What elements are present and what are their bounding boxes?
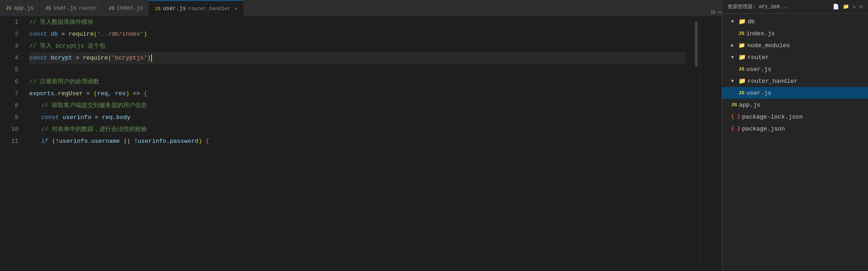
collapse-icon[interactable]: ⊟	[859, 4, 863, 10]
code-paren-close-7: )	[126, 88, 130, 100]
folder-icon-router: 📁	[738, 54, 746, 61]
code-op-9: =	[91, 112, 102, 124]
code-var-db: db	[51, 28, 58, 40]
code-func-reguser: regUser	[58, 88, 83, 100]
tab-sublabel-router-handler: router_handler	[188, 6, 230, 11]
tree-item-appjs[interactable]: JS app.js	[722, 99, 868, 111]
code-var-req: req	[102, 112, 113, 124]
code-require-4: require	[83, 52, 108, 64]
json-icon-package-lock: { }	[731, 114, 740, 119]
code-prop-body: body	[116, 112, 130, 124]
tree-item-node-modules[interactable]: ▶ 📁 node_modules	[722, 39, 868, 51]
tab-sublabel-router: router	[79, 5, 97, 11]
code-comment-8: // 获取客户端提交到服务器的用户信息	[41, 100, 147, 112]
scrollbar-thumb[interactable]	[695, 21, 698, 67]
code-var-userinfo-11b: userinfo	[138, 136, 166, 147]
tab-icon-appjs: JS	[5, 5, 11, 11]
more-actions-icon[interactable]: ⋯	[718, 8, 722, 16]
code-dot-11b: .	[166, 136, 170, 147]
json-icon-package: { }	[731, 126, 740, 131]
code-dot-11a: .	[87, 136, 91, 147]
code-line-3: // 导入 bcryptjs 这个包	[29, 40, 686, 52]
code-line-5	[29, 64, 686, 76]
code-dot-9: .	[113, 112, 116, 124]
editor-content: 1 2 3 4 5 6 7 8 9 10 11 // 导入数据库操作模块 con…	[0, 16, 722, 271]
editor-scrollbar[interactable]	[693, 16, 700, 271]
code-brace-open-7: {	[144, 88, 147, 100]
tree-item-router-userjs[interactable]: JS user.js	[722, 63, 868, 75]
code-comment-6: // 注册新用户的处理函数	[29, 76, 99, 88]
code-paren-open-2: (	[93, 28, 97, 40]
code-comment-1: // 导入数据库操作模块	[29, 16, 93, 28]
code-paren-open-7: (	[93, 88, 97, 100]
code-editor[interactable]: // 导入数据库操作模块 const db = require('../db/i…	[22, 16, 693, 271]
code-keyword-const-4: const	[29, 52, 51, 64]
chevron-router: ▼	[731, 55, 737, 60]
tree-label-router-handler: router_handler	[748, 78, 797, 85]
code-brace-open-11: {	[202, 136, 209, 147]
tab-icon-userjs-router: JS	[45, 5, 51, 11]
code-keyword-const-2: const	[29, 28, 51, 40]
tree-item-db-folder[interactable]: ▼ 📁 db	[722, 16, 868, 27]
tree-item-package-json[interactable]: { } package.json	[722, 123, 868, 135]
tab-bar: JS app.js JS user.js router JS index.js …	[0, 0, 722, 16]
code-line-11: if (!userinfo.username || !userinfo.pass…	[29, 136, 686, 147]
tree-label-router-handler-userjs: user.js	[746, 90, 771, 97]
tree-label-router: router	[748, 54, 769, 61]
code-exports-7: exports	[29, 88, 54, 100]
tree-item-router-handler-folder[interactable]: ▼ 📁 router_handler	[722, 75, 868, 87]
code-line-4: const bcrypt = require('bcryptjs')	[29, 52, 686, 64]
folder-icon-db: 📁	[738, 18, 746, 25]
code-arrow-7: =>	[129, 88, 143, 100]
js-icon-app: JS	[731, 102, 737, 108]
code-line-6: // 注册新用户的处理函数	[29, 76, 686, 88]
code-op-not1: !	[55, 136, 59, 147]
tree-item-router-handler-userjs[interactable]: JS user.js	[722, 87, 868, 99]
js-icon-router-user: JS	[738, 66, 744, 72]
code-string-4: 'bcryptjs'	[111, 52, 147, 64]
explorer-actions: 📄 📁 ↻ ⊟	[833, 4, 863, 10]
tree-item-router-folder[interactable]: ▼ 📁 router	[722, 51, 868, 63]
code-line-2: const db = require('../db/index')	[29, 28, 686, 40]
text-cursor	[151, 54, 152, 62]
tree-item-db-indexjs[interactable]: JS index.js	[722, 27, 868, 39]
explorer-tree: ▼ 📁 db JS index.js ▶ 📁 node_modules ▼ 📁 …	[722, 14, 868, 271]
code-op-7: =	[83, 88, 93, 100]
code-line-9: const userinfo = req.body	[29, 112, 686, 124]
refresh-icon[interactable]: ↻	[853, 4, 856, 10]
code-or: ||	[120, 136, 134, 147]
new-file-icon[interactable]: 📄	[833, 4, 839, 10]
editor-minimap	[700, 16, 722, 271]
tree-label-db-indexjs: index.js	[746, 30, 775, 37]
code-op-2: =	[58, 28, 68, 40]
code-paren-close-2: )	[144, 28, 147, 40]
tab-appjs[interactable]: JS app.js	[0, 0, 39, 16]
code-op-4: =	[72, 52, 83, 64]
tab-indexjs[interactable]: JS index.js	[103, 0, 149, 16]
tree-label-node-modules: node_modules	[747, 42, 790, 49]
tab-label-indexjs: index.js	[117, 5, 143, 11]
code-var-bcrypt: bcrypt	[51, 52, 72, 64]
code-require-2: require	[69, 28, 94, 40]
code-comment-3: // 导入 bcryptjs 这个包	[29, 40, 105, 52]
chevron-router-handler: ▼	[731, 79, 737, 84]
js-icon-db-index: JS	[738, 31, 744, 36]
split-editor-icon[interactable]: ⊟	[711, 8, 715, 16]
code-prop-username: username	[91, 136, 119, 147]
tab-userjs-router-handler[interactable]: JS user.js router_handler ✕	[149, 0, 243, 16]
new-folder-icon[interactable]: 📁	[843, 4, 849, 10]
explorer-header: 资源管理器: API_SER... 📄 📁 ↻ ⊟	[722, 0, 868, 14]
folder-icon-router-handler: 📁	[738, 77, 746, 85]
tab-userjs-router[interactable]: JS user.js router	[39, 0, 103, 16]
tab-label-appjs: app.js	[14, 5, 33, 11]
code-paren-open-11: (	[52, 136, 55, 147]
tree-label-db: db	[748, 18, 755, 25]
tab-icon-indexjs: JS	[108, 5, 114, 11]
editor-toolbar-icons: ⊟ ⋯	[711, 8, 722, 16]
code-keyword-const-9: const	[41, 112, 63, 124]
code-line-8: // 获取客户端提交到服务器的用户信息	[29, 100, 686, 112]
tab-close-button[interactable]: ✕	[235, 6, 238, 11]
tab-icon-active: JS	[154, 6, 160, 11]
code-prop-password: password	[170, 136, 198, 147]
tree-item-package-lock[interactable]: { } package-lock.json	[722, 111, 868, 123]
